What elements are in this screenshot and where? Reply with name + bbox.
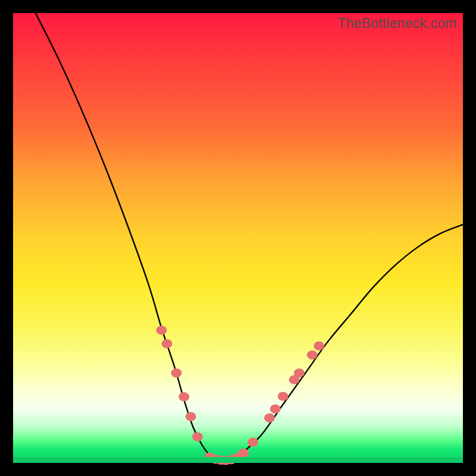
chart-marker [248,438,258,447]
chart-marker [162,339,173,348]
chart-marker [307,350,318,359]
chart-plot-area: TheBottleneck.com [13,13,463,463]
chart-markers [156,325,324,465]
chart-marker [186,412,196,421]
chart-svg [13,13,463,463]
bottleneck-curve [36,13,463,461]
chart-marker [192,433,203,441]
chart-marker [226,455,237,464]
chart-marker [171,368,181,377]
chart-marker [238,449,249,458]
chart-marker [270,405,281,414]
chart-marker [278,392,289,400]
chart-marker [204,453,215,462]
chart-marker [156,325,167,334]
chart-marker [178,392,189,401]
chart-marker [264,414,275,422]
chart-marker [314,342,324,350]
chart-marker [294,368,305,377]
chart-frame: TheBottleneck.com [0,0,476,476]
